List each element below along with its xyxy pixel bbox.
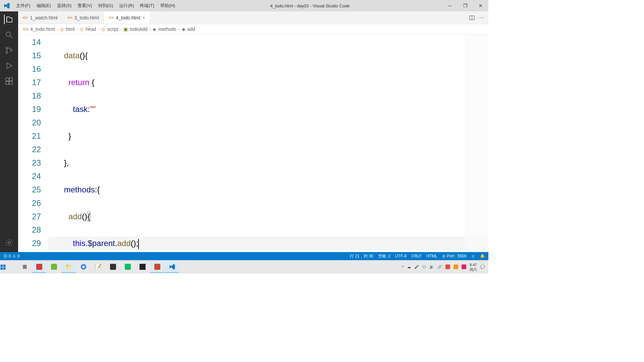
status-encoding[interactable]: UTF-8 bbox=[395, 254, 407, 258]
taskbar-wechat[interactable] bbox=[121, 261, 135, 273]
tray-notifications-icon[interactable]: 💬 bbox=[480, 265, 485, 269]
svg-rect-6 bbox=[9, 78, 12, 81]
menu-help[interactable]: 帮助(H) bbox=[158, 1, 178, 10]
tray-app-icon-3[interactable] bbox=[462, 264, 466, 270]
status-bell-icon[interactable]: 🔔 bbox=[480, 254, 485, 258]
tab-1-watch[interactable]: <>1_watch.html bbox=[18, 11, 63, 24]
breadcrumb-methods[interactable]: methods bbox=[158, 26, 176, 32]
tok: add bbox=[68, 212, 82, 221]
taskbar-powerpoint[interactable] bbox=[150, 261, 164, 273]
svg-point-0 bbox=[6, 32, 10, 36]
warning-count: 0 bbox=[17, 254, 20, 258]
tok: task bbox=[73, 105, 88, 114]
menu-run[interactable]: 运行(R) bbox=[116, 1, 137, 10]
tray-network-icon[interactable]: 🔗 bbox=[437, 265, 442, 269]
svg-rect-5 bbox=[6, 78, 9, 81]
taskbar-app-3[interactable] bbox=[106, 261, 120, 273]
tok: this bbox=[73, 239, 85, 248]
tray-mic-icon[interactable]: 🎤 bbox=[414, 265, 419, 269]
close-button[interactable]: ✕ bbox=[473, 1, 488, 10]
tray-security-icon[interactable]: 🛡 bbox=[422, 265, 426, 269]
source-control-icon[interactable] bbox=[4, 46, 14, 55]
minimize-button[interactable]: ─ bbox=[442, 1, 458, 10]
code-content[interactable]: data(){ return { task:"" } }, methods:{ … bbox=[48, 34, 488, 252]
taskbar-apps: ⊞ 📁 📝 bbox=[16, 261, 179, 273]
status-cursor[interactable]: 行 21，列 30 bbox=[350, 253, 373, 259]
breadcrumb-head[interactable]: head bbox=[86, 26, 96, 32]
tab-label: 1_watch.html bbox=[30, 15, 57, 20]
menu-goto[interactable]: 转到(G) bbox=[96, 1, 116, 10]
minimap[interactable] bbox=[465, 34, 488, 252]
svg-point-17 bbox=[83, 265, 85, 268]
svg-rect-14 bbox=[1, 267, 3, 269]
tab-4-todo[interactable]: <>4_todo.html× bbox=[104, 11, 150, 24]
svg-rect-13 bbox=[3, 264, 6, 267]
tray-app-icon-2[interactable] bbox=[453, 264, 458, 270]
window-title: 4_todo.html - day03 - Visual Studio Code bbox=[178, 3, 442, 8]
tok: add bbox=[117, 239, 130, 248]
status-problems[interactable]: ⓧ0 ⚠0 bbox=[3, 253, 19, 259]
breadcrumb[interactable]: <>4_todo.html ›◇html ›◇head ›◇script ›▣t… bbox=[18, 24, 488, 34]
tok: return bbox=[68, 78, 90, 87]
settings-gear-icon[interactable] bbox=[4, 238, 14, 247]
taskbar-vscode[interactable] bbox=[165, 261, 179, 273]
activity-bar bbox=[0, 11, 18, 252]
menu-file[interactable]: 文件(F) bbox=[13, 1, 33, 10]
clock-date: 周六 bbox=[470, 267, 477, 272]
menu-terminal[interactable]: 终端(T) bbox=[137, 1, 157, 10]
status-language[interactable]: HTML bbox=[426, 254, 437, 258]
port: Port : 5500 bbox=[447, 254, 467, 258]
svg-line-1 bbox=[10, 36, 12, 38]
svg-point-3 bbox=[6, 52, 8, 53]
status-feedback-icon[interactable]: ☺ bbox=[471, 254, 475, 258]
taskbar-clock[interactable]: 8:47 周六 bbox=[470, 262, 477, 272]
svg-rect-7 bbox=[6, 81, 9, 84]
svg-point-2 bbox=[6, 47, 8, 49]
breadcrumb-script[interactable]: script bbox=[107, 26, 118, 32]
tray-cloud-icon[interactable]: ☁ bbox=[407, 265, 411, 269]
broadcast-icon: ◎ bbox=[442, 254, 445, 258]
taskbar-notepad[interactable]: 📝 bbox=[91, 261, 105, 273]
breadcrumb-html[interactable]: html bbox=[66, 26, 74, 32]
error-count: 0 bbox=[9, 254, 11, 258]
editor-area: <>1_watch.html <>3_todo.html <>4_todo.ht… bbox=[18, 11, 488, 252]
status-go-live[interactable]: ◎ Port : 5500 bbox=[442, 254, 467, 258]
taskbar-explorer[interactable]: 📁 bbox=[62, 261, 76, 273]
line-number-gutter: 14151617 18192021 22232425 26272829 bbox=[18, 34, 48, 252]
extensions-icon[interactable] bbox=[4, 76, 14, 86]
tray-chevron-icon[interactable]: ^ bbox=[402, 265, 404, 269]
svg-point-9 bbox=[8, 242, 10, 244]
status-spaces[interactable]: 空格: 2 bbox=[378, 253, 390, 259]
more-icon[interactable]: ⋯ bbox=[479, 14, 484, 21]
split-editor-icon[interactable] bbox=[469, 15, 475, 21]
tab-close-icon[interactable]: × bbox=[142, 15, 145, 20]
tok: methods bbox=[64, 185, 95, 194]
tab-3-todo[interactable]: <>3_todo.html bbox=[63, 11, 104, 24]
title-bar: 文件(F) 编辑(E) 选择(S) 查看(V) 转到(G) 运行(R) 终端(T… bbox=[0, 0, 488, 11]
menu-view[interactable]: 查看(V) bbox=[75, 1, 95, 10]
breadcrumb-add[interactable]: add bbox=[187, 26, 195, 32]
warning-icon: ⚠ bbox=[12, 254, 16, 258]
status-eol[interactable]: CRLF bbox=[411, 254, 422, 258]
taskbar-terminal[interactable] bbox=[136, 261, 150, 273]
code-editor[interactable]: 14151617 18192021 22232425 26272829 data… bbox=[18, 34, 488, 252]
maximize-button[interactable]: ❐ bbox=[458, 1, 473, 10]
run-debug-icon[interactable] bbox=[4, 61, 14, 70]
menu-select[interactable]: 选择(S) bbox=[54, 1, 74, 10]
menu-bar: 文件(F) 编辑(E) 选择(S) 查看(V) 转到(G) 运行(R) 终端(T… bbox=[13, 1, 178, 10]
tray-volume-icon[interactable]: 🔊 bbox=[429, 265, 434, 269]
menu-edit[interactable]: 编辑(E) bbox=[34, 1, 54, 10]
breadcrumb-file[interactable]: 4_todo.html bbox=[30, 26, 55, 32]
start-button[interactable] bbox=[0, 264, 16, 270]
explorer-icon[interactable] bbox=[4, 15, 13, 24]
tab-label: 4_todo.html bbox=[116, 15, 140, 20]
search-icon[interactable] bbox=[4, 30, 14, 40]
taskbar-app-2[interactable] bbox=[47, 261, 61, 273]
svg-point-4 bbox=[10, 49, 12, 51]
tray-app-icon[interactable] bbox=[445, 264, 450, 270]
taskbar-app-1[interactable] bbox=[32, 261, 46, 273]
breadcrumb-todoadd[interactable]: todoAdd bbox=[130, 26, 147, 32]
taskbar-taskview[interactable]: ⊞ bbox=[17, 261, 32, 273]
tab-label: 3_todo.html bbox=[74, 15, 99, 20]
taskbar-chrome[interactable] bbox=[76, 261, 91, 273]
